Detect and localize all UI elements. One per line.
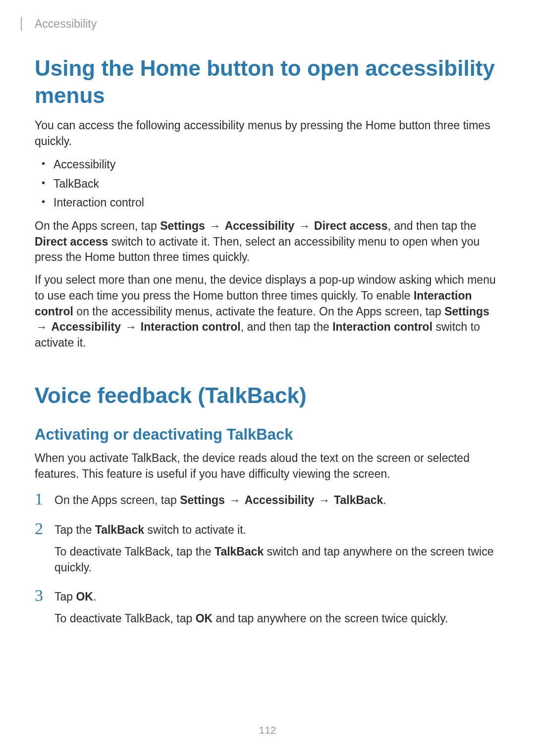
text-run: Tap: [54, 590, 76, 603]
step-text: Tap OK.: [54, 589, 500, 605]
arrow-icon: →: [319, 493, 330, 508]
step-body: On the Apps screen, tap Settings → Acces…: [54, 491, 500, 508]
list-item: TalkBack: [54, 175, 500, 193]
text-run: Tap the: [54, 523, 95, 536]
page-number: 112: [0, 724, 535, 736]
bold-accessibility: Accessibility: [51, 320, 121, 333]
section2-intro: When you activate TalkBack, the device r…: [35, 451, 500, 482]
step-3: 3 Tap OK. To deactivate TalkBack, tap OK…: [35, 587, 500, 626]
step-body: Tap the TalkBack switch to activate it. …: [54, 520, 500, 575]
breadcrumb: Accessibility: [21, 17, 500, 31]
text-run: on the accessibility menus, activate the…: [73, 305, 444, 318]
step-1: 1 On the Apps screen, tap Settings → Acc…: [35, 491, 500, 508]
section1-intro: You can access the following accessibili…: [35, 118, 500, 149]
bold-talkback: TalkBack: [334, 494, 383, 506]
text-run: .: [383, 494, 386, 506]
steps-list: 1 On the Apps screen, tap Settings → Acc…: [35, 491, 500, 626]
step-subtext: To deactivate TalkBack, tap OK and tap a…: [54, 611, 500, 627]
step-text: On the Apps screen, tap Settings → Acces…: [54, 493, 500, 508]
section1-para-interaction: If you select more than one menu, the de…: [35, 272, 500, 351]
list-item: Interaction control: [54, 194, 500, 211]
step-number: 1: [35, 491, 54, 507]
step-number: 3: [35, 587, 54, 604]
text-run: switch to activate it.: [144, 523, 246, 536]
bold-interaction-control: Interaction control: [332, 320, 432, 333]
list-item: Accessibility: [54, 156, 500, 173]
bold-talkback: TalkBack: [214, 545, 264, 558]
text-run: , and then tap the: [241, 320, 332, 333]
step-body: Tap OK. To deactivate TalkBack, tap OK a…: [54, 587, 500, 626]
text-run: , and then tap the: [387, 219, 476, 232]
arrow-icon: →: [229, 493, 240, 508]
bold-settings: Settings: [180, 494, 225, 506]
text-run: .: [93, 590, 96, 603]
bold-ok: OK: [76, 590, 93, 603]
step-2: 2 Tap the TalkBack switch to activate it…: [35, 520, 500, 575]
bold-direct-access: Direct access: [314, 219, 387, 232]
bold-accessibility: Accessibility: [225, 219, 295, 232]
text-run: On the Apps screen, tap: [35, 219, 160, 232]
step-subtext: To deactivate TalkBack, tap the TalkBack…: [54, 544, 500, 575]
breadcrumb-text: Accessibility: [35, 17, 97, 31]
bold-accessibility: Accessibility: [245, 494, 315, 506]
step-text: Tap the TalkBack switch to activate it.: [54, 522, 500, 538]
bold-interaction-control: Interaction control: [141, 320, 241, 333]
section-heading-1: Using the Home button to open accessibil…: [35, 54, 500, 109]
bold-direct-access: Direct access: [35, 235, 108, 248]
bold-settings: Settings: [444, 305, 489, 318]
section-heading-2: Voice feedback (TalkBack): [35, 382, 500, 409]
bold-ok: OK: [196, 612, 213, 625]
arrow-icon: →: [299, 218, 310, 234]
text-run: On the Apps screen, tap: [54, 494, 180, 506]
breadcrumb-tick: [21, 17, 22, 31]
arrow-icon: →: [209, 218, 220, 234]
text-run: To deactivate TalkBack, tap: [54, 612, 196, 625]
arrow-icon: →: [125, 319, 136, 335]
bullet-list: Accessibility TalkBack Interaction contr…: [35, 156, 500, 211]
section2-subheading: Activating or deactivating TalkBack: [35, 426, 500, 444]
bold-settings: Settings: [160, 219, 205, 232]
bold-talkback: TalkBack: [95, 523, 144, 536]
text-run: and tap anywhere on the screen twice qui…: [213, 612, 448, 625]
text-run: To deactivate TalkBack, tap the: [54, 545, 214, 558]
arrow-icon: →: [36, 319, 47, 335]
section1-para-nav: On the Apps screen, tap Settings → Acces…: [35, 218, 500, 265]
step-number: 2: [35, 520, 54, 537]
page-content: Accessibility Using the Home button to o…: [0, 0, 535, 627]
